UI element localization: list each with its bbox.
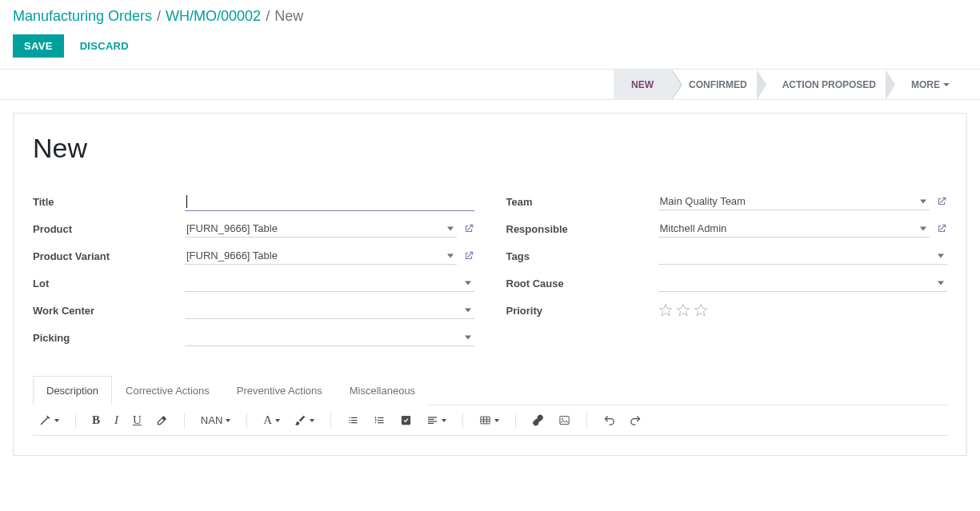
- text-cursor-icon: [186, 195, 187, 208]
- stage-confirmed[interactable]: CONFIRMED: [671, 70, 765, 100]
- breadcrumb-root[interactable]: Manufacturing Orders: [13, 8, 152, 25]
- toolbar-image-button[interactable]: [557, 413, 572, 428]
- toolbar-fontsize-button[interactable]: A: [262, 412, 282, 429]
- paint-brush-icon: [294, 414, 306, 426]
- priority-stars[interactable]: [658, 303, 708, 317]
- external-link-icon: [463, 223, 474, 234]
- toolbar-sep: [75, 413, 76, 428]
- label-priority: Priority: [506, 305, 658, 317]
- label-responsible: Responsible: [506, 223, 658, 235]
- undo-icon: [603, 414, 615, 426]
- link-icon: [532, 414, 544, 426]
- label-variant: Product Variant: [33, 250, 185, 262]
- picking-input[interactable]: [185, 329, 474, 346]
- product-external-link[interactable]: [463, 223, 474, 234]
- dropdown-caret-icon: [465, 281, 471, 285]
- toolbar-sep: [462, 413, 463, 428]
- tab-corrective-actions[interactable]: Corrective Actions: [112, 376, 223, 405]
- dropdown-caret-icon: [920, 226, 926, 230]
- stage-action-proposed[interactable]: ACTION PROPOSED: [765, 70, 894, 100]
- responsible-input[interactable]: Mitchell Admin: [658, 220, 930, 238]
- redo-icon: [630, 414, 642, 426]
- stage-new[interactable]: NEW: [614, 70, 671, 100]
- lot-input[interactable]: [185, 274, 474, 292]
- toolbar-align-button[interactable]: [425, 413, 448, 428]
- dropdown-caret-icon: [447, 226, 454, 230]
- toolbar-fontname-button[interactable]: NAN: [199, 413, 232, 428]
- responsible-external-link[interactable]: [936, 223, 947, 234]
- table-icon: [479, 414, 491, 426]
- underline-icon: U: [133, 413, 142, 427]
- product-input[interactable]: [FURN_9666] Table: [185, 220, 457, 238]
- breadcrumb-current: New: [274, 8, 303, 25]
- wysiwyg-toolbar: B I U NAN A: [33, 405, 947, 436]
- label-team: Team: [506, 196, 658, 208]
- fontname-label: NAN: [201, 414, 222, 426]
- toolbar-eraser-button[interactable]: [154, 413, 170, 428]
- star-icon[interactable]: [694, 303, 708, 317]
- external-link-icon: [463, 250, 474, 261]
- list-ul-icon: [347, 414, 359, 426]
- toolbar-style-button[interactable]: [38, 413, 61, 428]
- form-sheet: New Title Product [FURN_: [13, 113, 967, 456]
- variant-input[interactable]: [FURN_9666] Table: [185, 247, 457, 265]
- svg-point-5: [562, 418, 563, 420]
- toolbar-ol-button[interactable]: [372, 413, 387, 428]
- external-link-icon: [936, 223, 947, 234]
- dropdown-caret-icon: [465, 335, 471, 339]
- team-external-link[interactable]: [936, 196, 947, 207]
- label-rootcause: Root Cause: [506, 277, 658, 289]
- dropdown-caret-icon: [938, 254, 944, 257]
- team-input[interactable]: Main Quality Team: [658, 193, 930, 210]
- toolbar-bold-button[interactable]: B: [90, 412, 102, 429]
- variant-external-link[interactable]: [463, 250, 474, 261]
- caret-down-icon: [310, 419, 314, 422]
- toolbar-checklist-button[interactable]: [398, 413, 414, 428]
- toolbar-italic-button[interactable]: I: [113, 412, 120, 429]
- responsible-value: Mitchell Admin: [660, 222, 727, 234]
- dropdown-caret-icon: [447, 254, 454, 257]
- tab-miscellaneous[interactable]: Miscellaneous: [336, 376, 429, 405]
- dropdown-caret-icon: [920, 199, 926, 203]
- caret-down-icon: [275, 419, 280, 422]
- toolbar-underline-button[interactable]: U: [131, 412, 143, 429]
- toolbar-link-button[interactable]: [530, 413, 546, 428]
- toolbar-sep: [330, 413, 331, 428]
- tags-input[interactable]: [658, 247, 948, 265]
- notebook-tabs: Description Corrective Actions Preventiv…: [33, 375, 947, 405]
- toolbar-table-button[interactable]: [478, 413, 501, 428]
- tab-description[interactable]: Description: [33, 376, 112, 405]
- tab-preventive-actions[interactable]: Preventive Actions: [223, 376, 336, 405]
- toolbar-undo-button[interactable]: [602, 413, 617, 428]
- label-picking: Picking: [33, 332, 185, 344]
- statusbar: NEW CONFIRMED ACTION PROPOSED MORE: [0, 70, 980, 100]
- toolbar-forecolor-button[interactable]: [293, 413, 316, 428]
- breadcrumb: Manufacturing Orders / WH/MO/00002 / New: [13, 8, 967, 25]
- toolbar-sep: [246, 413, 247, 428]
- star-icon[interactable]: [676, 303, 690, 317]
- label-workcenter: Work Center: [33, 305, 185, 317]
- svg-marker-1: [677, 305, 689, 316]
- toolbar-redo-button[interactable]: [628, 413, 643, 428]
- caret-down-icon: [442, 419, 446, 422]
- svg-marker-2: [694, 305, 706, 316]
- star-icon[interactable]: [658, 303, 673, 317]
- external-link-icon: [936, 196, 947, 207]
- breadcrumb-parent[interactable]: WH/MO/00002: [166, 8, 261, 25]
- eraser-icon: [156, 414, 168, 426]
- discard-button[interactable]: DISCARD: [80, 40, 129, 52]
- workcenter-input[interactable]: [185, 301, 474, 319]
- team-value: Main Quality Team: [660, 195, 746, 207]
- breadcrumb-sep: /: [157, 8, 161, 25]
- toolbar-ul-button[interactable]: [346, 413, 361, 428]
- save-button[interactable]: SAVE: [13, 34, 64, 58]
- stage-more[interactable]: MORE: [894, 70, 967, 100]
- toolbar-sep: [586, 413, 587, 428]
- image-icon: [558, 414, 570, 426]
- rootcause-input[interactable]: [658, 274, 948, 292]
- dropdown-caret-icon: [465, 308, 471, 312]
- title-input[interactable]: [185, 193, 474, 211]
- align-left-icon: [426, 414, 438, 426]
- bold-icon: B: [92, 413, 100, 427]
- label-tags: Tags: [506, 250, 658, 262]
